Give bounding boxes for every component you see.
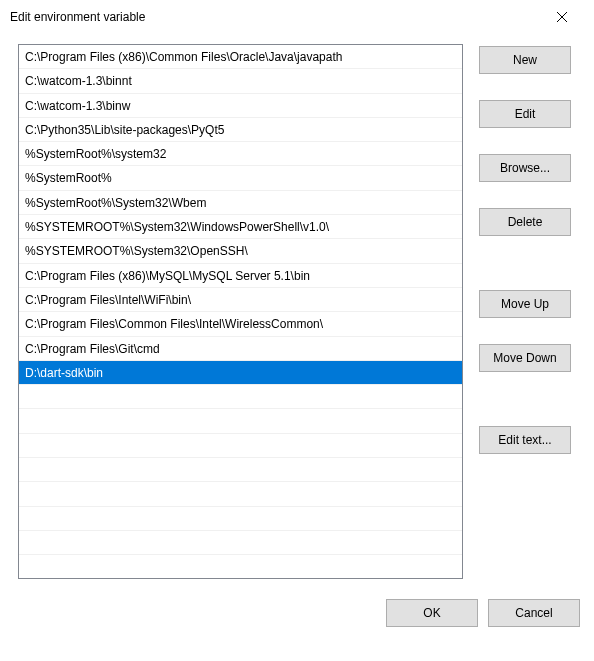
list-item[interactable]: %SYSTEMROOT%\System32\WindowsPowerShell\… [19, 215, 462, 239]
move-down-button[interactable]: Move Down [479, 344, 571, 372]
list-item[interactable]: D:\dart-sdk\bin [19, 361, 462, 385]
list-item[interactable]: C:\Program Files\Intel\WiFi\bin\ [19, 288, 462, 312]
browse-button[interactable]: Browse... [479, 154, 571, 182]
list-item[interactable]: C:\Program Files (x86)\Common Files\Orac… [19, 45, 462, 69]
list-item[interactable]: C:\watcom-1.3\binnt [19, 69, 462, 93]
list-item[interactable]: %SystemRoot%\system32 [19, 142, 462, 166]
window-title: Edit environment variable [10, 10, 145, 24]
list-item[interactable]: C:\Program Files (x86)\MySQL\MySQL Serve… [19, 264, 462, 288]
path-listbox[interactable]: C:\Program Files (x86)\Common Files\Orac… [18, 44, 463, 579]
list-item[interactable]: C:\Program Files\Git\cmd [19, 337, 462, 361]
bottom-buttons: OK Cancel [18, 599, 582, 627]
list-item[interactable]: %SystemRoot%\System32\Wbem [19, 191, 462, 215]
main-row: C:\Program Files (x86)\Common Files\Orac… [18, 44, 582, 579]
new-button[interactable]: New [479, 46, 571, 74]
list-item[interactable]: %SystemRoot% [19, 166, 462, 190]
edit-text-button[interactable]: Edit text... [479, 426, 571, 454]
list-empty-row[interactable] [19, 507, 462, 531]
list-empty-row[interactable] [19, 434, 462, 458]
ok-button[interactable]: OK [386, 599, 478, 627]
titlebar: Edit environment variable [0, 0, 594, 34]
cancel-button[interactable]: Cancel [488, 599, 580, 627]
edit-button[interactable]: Edit [479, 100, 571, 128]
list-item[interactable]: %SYSTEMROOT%\System32\OpenSSH\ [19, 239, 462, 263]
list-item[interactable]: C:\Python35\Lib\site-packages\PyQt5 [19, 118, 462, 142]
delete-button[interactable]: Delete [479, 208, 571, 236]
list-item[interactable]: C:\watcom-1.3\binw [19, 94, 462, 118]
list-empty-row[interactable] [19, 531, 462, 555]
list-empty-row[interactable] [19, 409, 462, 433]
close-button[interactable] [542, 3, 582, 31]
close-icon [557, 12, 567, 22]
list-empty-row[interactable] [19, 555, 462, 579]
dialog-content: C:\Program Files (x86)\Common Files\Orac… [0, 34, 594, 639]
list-empty-row[interactable] [19, 458, 462, 482]
list-item[interactable]: C:\Program Files\Common Files\Intel\Wire… [19, 312, 462, 336]
move-up-button[interactable]: Move Up [479, 290, 571, 318]
side-buttons: New Edit Browse... Delete Move Up Move D… [479, 44, 571, 579]
list-empty-row[interactable] [19, 385, 462, 409]
list-empty-row[interactable] [19, 482, 462, 506]
